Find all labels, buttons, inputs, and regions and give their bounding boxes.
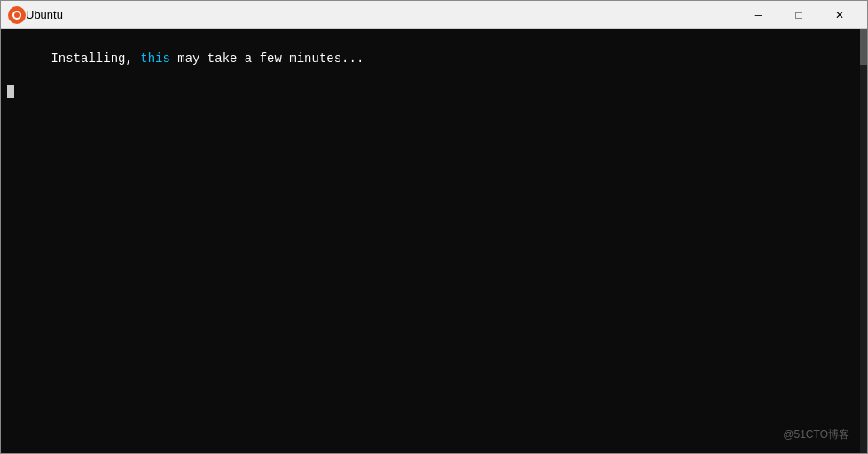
- scrollbar[interactable]: [860, 29, 867, 453]
- minimize-button[interactable]: ─: [738, 1, 778, 29]
- terminal-body[interactable]: Installing, this may take a few minutes.…: [1, 29, 867, 453]
- watermark: @51CTO博客: [783, 427, 849, 442]
- terminal-cursor: [7, 85, 14, 98]
- scrollbar-thumb[interactable]: [860, 29, 867, 65]
- terminal-text-rest: may take a few minutes...: [170, 51, 364, 66]
- maximize-button[interactable]: □: [778, 1, 819, 29]
- terminal-line-1: Installing, this may take a few minutes.…: [6, 33, 862, 85]
- app-icon: [8, 6, 26, 24]
- window-title: Ubuntu: [26, 8, 738, 21]
- terminal-text-this: this: [140, 51, 170, 66]
- close-button[interactable]: ✕: [819, 1, 860, 29]
- terminal-text-installing: Installing,: [51, 51, 140, 66]
- terminal-cursor-line: [6, 85, 862, 98]
- ubuntu-window: Ubuntu ─ □ ✕ Installing, this may take a…: [0, 0, 868, 454]
- window-controls: ─ □ ✕: [738, 1, 860, 29]
- title-bar: Ubuntu ─ □ ✕: [1, 1, 867, 29]
